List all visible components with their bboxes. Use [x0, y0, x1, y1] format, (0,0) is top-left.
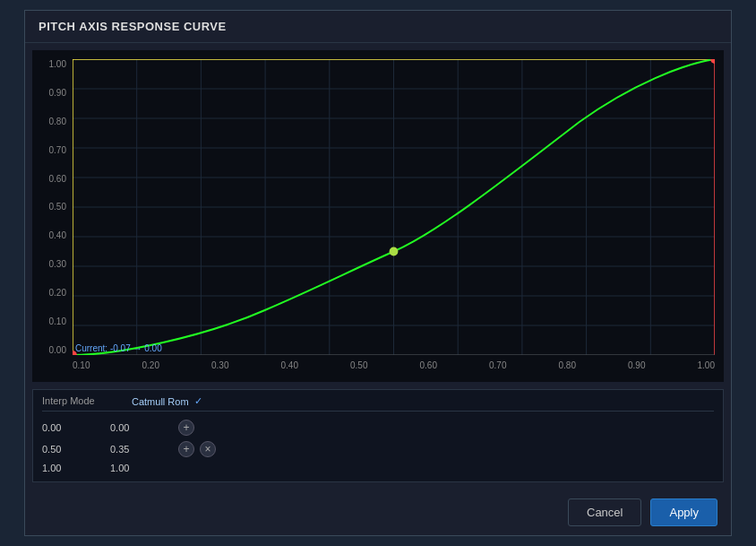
y-axis-labels: 1.00 0.90 0.80 0.70 0.60 0.50 0.40 0.30 … [32, 59, 70, 355]
interp-mode-value-container[interactable]: Catmull Rom ✓ [132, 395, 202, 407]
x-axis-labels: 0.10 0.20 0.30 0.40 0.50 0.60 0.70 0.80 … [73, 357, 715, 382]
chart-svg [73, 59, 715, 355]
x-label-010: 0.10 [73, 360, 90, 370]
chart-canvas[interactable] [73, 59, 715, 355]
y-label-100: 1.00 [49, 59, 66, 69]
control-x-0: 0.00 [42, 422, 105, 433]
x-label-040: 0.40 [281, 360, 298, 370]
footer: Cancel Apply [25, 490, 731, 535]
interp-mode-value: Catmull Rom [132, 396, 189, 407]
y-label-070: 0.70 [49, 145, 66, 155]
control-row-2: 1.00 1.00 [42, 460, 714, 476]
y-label-050: 0.50 [49, 202, 66, 212]
x-label-060: 0.60 [420, 360, 437, 370]
control-point-mid [390, 247, 399, 256]
y-label-010: 0.10 [49, 316, 66, 326]
control-row-1: 0.50 0.35 + × [42, 438, 714, 460]
dialog-title: PITCH AXIS RESPONSE CURVE [25, 11, 731, 43]
check-icon: ✓ [194, 395, 202, 407]
y-label-090: 0.90 [49, 88, 66, 98]
x-label-020: 0.20 [142, 360, 159, 370]
control-point-end [710, 59, 715, 64]
x-label-080: 0.80 [559, 360, 576, 370]
control-x-2: 1.00 [42, 463, 105, 473]
add-point-0-button[interactable]: + [178, 420, 194, 436]
x-label-030: 0.30 [211, 360, 228, 370]
control-y-0: 0.00 [110, 422, 173, 433]
interp-mode-label: Interp Mode [42, 395, 114, 407]
control-y-2: 1.00 [110, 463, 173, 473]
y-label-040: 0.40 [49, 230, 66, 240]
y-label-030: 0.30 [49, 259, 66, 269]
x-label-100: 1.00 [698, 360, 715, 370]
y-label-020: 0.20 [49, 288, 66, 298]
x-label-070: 0.70 [489, 360, 506, 370]
add-point-1-button[interactable]: + [178, 441, 194, 457]
x-label-050: 0.50 [350, 360, 367, 370]
apply-button[interactable]: Apply [650, 498, 717, 526]
chart-area: 1.00 0.90 0.80 0.70 0.60 0.50 0.40 0.30 … [32, 50, 724, 382]
x-label-090: 0.90 [628, 360, 645, 370]
y-label-060: 0.60 [49, 174, 66, 184]
current-position-label: Current: -0.07 → 0.00 [75, 343, 162, 353]
delete-point-1-button[interactable]: × [200, 441, 216, 457]
cancel-button[interactable]: Cancel [568, 498, 641, 526]
y-label-080: 0.80 [49, 117, 66, 126]
control-y-1: 0.35 [110, 444, 173, 455]
controls-header: Interp Mode Catmull Rom ✓ [42, 395, 714, 412]
control-row-0: 0.00 0.00 + [42, 417, 714, 438]
controls-area: Interp Mode Catmull Rom ✓ 0.00 0.00 + 0.… [32, 389, 724, 482]
pitch-axis-dialog: PITCH AXIS RESPONSE CURVE 1.00 0.90 0.80… [24, 10, 732, 536]
control-x-1: 0.50 [42, 444, 105, 455]
y-label-000: 0.00 [49, 345, 66, 355]
